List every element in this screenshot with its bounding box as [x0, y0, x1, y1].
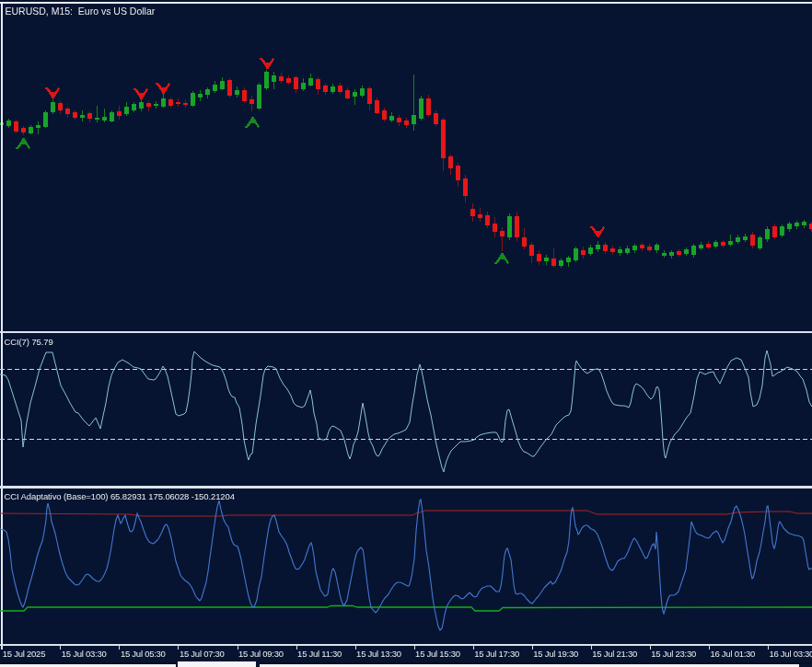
svg-text:15 Jul 07:30: 15 Jul 07:30	[180, 649, 225, 659]
svg-text:15 Jul 21:30: 15 Jul 21:30	[592, 649, 637, 659]
svg-text:16 Jul 03:30: 16 Jul 03:30	[769, 649, 812, 659]
svg-text:15 Jul 03:30: 15 Jul 03:30	[62, 649, 107, 659]
svg-text:15 Jul 13:30: 15 Jul 13:30	[356, 649, 401, 659]
svg-text:16 Jul 01:30: 16 Jul 01:30	[710, 649, 755, 659]
svg-text:15 Jul 11:30: 15 Jul 11:30	[297, 649, 342, 659]
svg-text:CCI(7) 75.79: CCI(7) 75.79	[5, 337, 53, 347]
svg-text:15 Jul 2025: 15 Jul 2025	[3, 649, 45, 659]
svg-text:EURUSD, M15: Euro vs US Dolla: EURUSD, M15: Euro vs US Dollar	[6, 6, 156, 17]
svg-text:15 Jul 19:30: 15 Jul 19:30	[533, 649, 578, 659]
svg-text:15 Jul 23:30: 15 Jul 23:30	[651, 649, 696, 659]
svg-text:15 Jul 05:30: 15 Jul 05:30	[121, 649, 166, 659]
svg-text:15 Jul 17:30: 15 Jul 17:30	[474, 649, 519, 659]
svg-text:CCI Adaptativo (Base=100) 65.8: CCI Adaptativo (Base=100) 65.82931 175.0…	[5, 491, 235, 501]
svg-text:15 Jul 15:30: 15 Jul 15:30	[415, 649, 460, 659]
svg-text:15 Jul 09:30: 15 Jul 09:30	[238, 649, 284, 659]
